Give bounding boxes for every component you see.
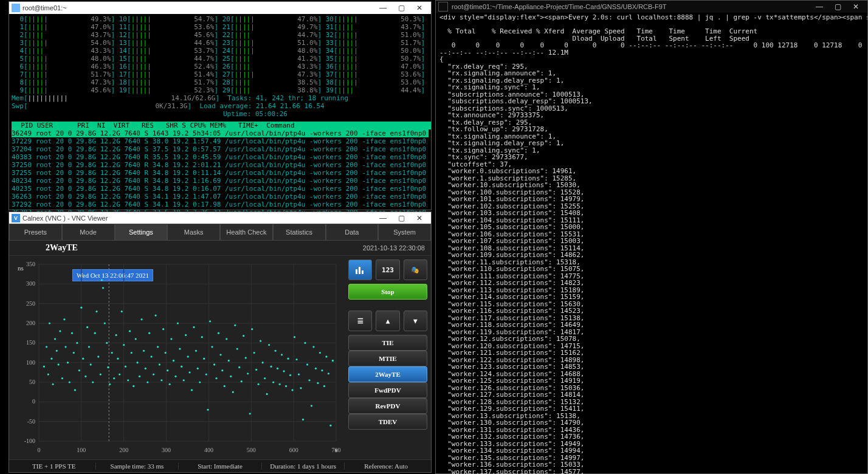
metric-mtie[interactable]: MTIE	[348, 351, 427, 366]
svg-point-106	[174, 376, 176, 377]
svg-point-101	[165, 352, 167, 354]
svg-point-73	[109, 383, 111, 385]
svg-point-55	[76, 342, 78, 344]
svg-point-96	[155, 315, 157, 317]
svg-point-72	[107, 366, 109, 368]
svg-text:400: 400	[204, 447, 213, 453]
svg-point-149	[264, 377, 266, 379]
svg-point-77	[117, 358, 119, 360]
svg-text:100: 100	[77, 447, 86, 453]
svg-point-66	[97, 355, 99, 357]
svg-point-123	[209, 320, 211, 322]
tab-masks[interactable]: Masks	[167, 224, 220, 241]
min-icon[interactable]: —	[374, 4, 392, 12]
svg-point-122	[207, 409, 208, 411]
vnc-titlebar[interactable]: V Calnex (VNC ) - VNC Viewer — ▢ ✕	[9, 212, 431, 224]
svg-rect-186	[362, 270, 363, 274]
htop-output: 0[||||| 49.3%]10[||||| 54.7%]20[||||| 47…	[9, 14, 431, 225]
tab-settings[interactable]: Settings	[115, 224, 168, 241]
svg-point-61	[88, 346, 90, 348]
max-icon[interactable]: ▢	[828, 2, 847, 11]
svg-point-127	[218, 332, 219, 334]
list-icon[interactable]: ☰	[348, 311, 372, 331]
up-icon[interactable]: ▲	[376, 311, 399, 331]
svg-point-163	[294, 336, 295, 338]
svg-point-126	[215, 377, 217, 379]
terminal-icon	[438, 2, 448, 12]
svg-point-44	[56, 350, 58, 352]
down-icon[interactable]: ▼	[404, 311, 427, 331]
svg-point-119	[201, 336, 203, 338]
tab-presets[interactable]: Presets	[9, 224, 62, 241]
mask-icon[interactable]: 🎭	[404, 259, 427, 280]
svg-point-76	[115, 334, 117, 336]
svg-point-112	[187, 355, 189, 357]
stop-button[interactable]: Stop	[348, 284, 427, 300]
svg-text:s: s	[335, 446, 338, 453]
svg-point-60	[86, 326, 88, 328]
svg-point-45	[58, 363, 60, 365]
min-icon[interactable]: —	[810, 2, 828, 11]
svg-point-169	[306, 363, 308, 365]
svg-point-141	[247, 373, 249, 374]
max-icon[interactable]: ▢	[392, 4, 410, 12]
putty-titlebar[interactable]: root@time01:~ — ▢ ✕	[9, 2, 431, 14]
tab-statistics[interactable]: Statistics	[273, 224, 326, 241]
svg-point-160	[287, 358, 289, 360]
svg-point-92	[146, 382, 148, 383]
max-icon[interactable]: ▢	[392, 214, 410, 222]
chart-icon[interactable]	[348, 259, 372, 280]
svg-text:-50: -50	[27, 418, 35, 425]
rterm-titlebar[interactable]: root@time01:~/Time-Appliance-Project/Tim…	[436, 1, 867, 13]
svg-point-170	[308, 379, 310, 381]
svg-point-177	[323, 385, 325, 387]
metric-tdev[interactable]: TDEV	[348, 414, 427, 430]
svg-point-107	[177, 323, 179, 325]
svg-point-81	[125, 366, 126, 368]
status-cell: Duration: 1 days 1 hours	[262, 462, 345, 470]
svg-point-47	[61, 377, 63, 379]
status-bar: TIE + 1 PPS TESample time: 33 msStart: I…	[9, 459, 431, 472]
metric-fwdpdv[interactable]: FwdPDV	[348, 382, 427, 398]
close-icon[interactable]: ✕	[410, 214, 429, 222]
close-icon[interactable]: ✕	[847, 2, 865, 11]
svg-point-133	[230, 376, 232, 377]
rterm-title: root@time01:~/Time-Appliance-Project/Tim…	[452, 3, 667, 10]
svg-point-156	[278, 383, 280, 385]
svg-point-176	[321, 369, 323, 371]
min-icon[interactable]: —	[374, 214, 392, 222]
svg-point-70	[104, 323, 106, 325]
putty-icon	[12, 4, 20, 12]
svg-point-88	[139, 376, 140, 377]
svg-point-159	[285, 385, 287, 387]
svg-point-59	[84, 376, 86, 377]
metric-tie[interactable]: TIE	[348, 335, 427, 351]
svg-point-144	[253, 352, 255, 354]
svg-point-57	[80, 307, 82, 309]
scatter-chart[interactable]: Wed Oct 13 22:06:47 2021 -100-5005010015…	[12, 258, 342, 457]
tab-health-check[interactable]: Health Check	[220, 224, 273, 241]
svg-point-150	[266, 393, 268, 395]
svg-point-147	[260, 340, 261, 342]
svg-text:100: 100	[26, 359, 35, 366]
svg-point-43	[54, 338, 56, 340]
svg-point-46	[59, 330, 61, 332]
numeric-button[interactable]: 123	[376, 259, 399, 280]
putty-title: root@time01:~	[22, 4, 67, 12]
svg-point-162	[291, 389, 293, 391]
svg-point-89	[140, 318, 142, 320]
vnc-icon: V	[12, 214, 20, 222]
tab-system[interactable]: System	[378, 224, 431, 241]
svg-point-104	[170, 338, 172, 340]
svg-point-87	[136, 362, 138, 363]
metric-2wayte[interactable]: 2WayTE	[348, 366, 427, 382]
metric-revpdv[interactable]: RevPDV	[348, 398, 427, 414]
status-cell: Sample time: 33 ms	[96, 462, 179, 470]
svg-point-136	[236, 348, 238, 350]
svg-point-145	[255, 369, 257, 371]
svg-point-93	[148, 332, 150, 334]
tab-data[interactable]: Data	[326, 224, 379, 241]
close-icon[interactable]: ✕	[410, 4, 429, 12]
svg-point-115	[193, 326, 195, 328]
tab-mode[interactable]: Mode	[62, 224, 115, 241]
